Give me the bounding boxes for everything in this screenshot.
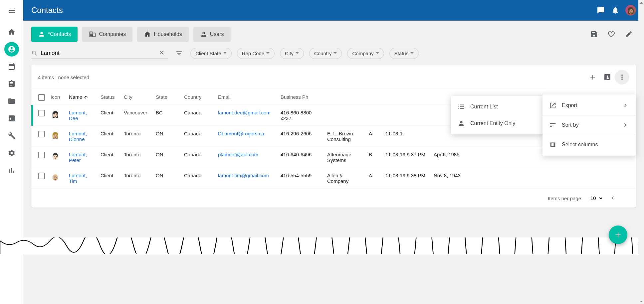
filter-chip-company[interactable]: Company [347, 48, 384, 59]
row-checkbox[interactable] [38, 152, 45, 158]
contact-status: Client [98, 110, 121, 115]
tab-label: *Contacts [48, 31, 71, 37]
contact-phone: 416-296-2606 [278, 131, 324, 136]
filter-chip-client-state[interactable]: Client State [190, 48, 232, 59]
sidebar-item-files[interactable] [4, 94, 19, 108]
add-button[interactable] [585, 70, 600, 84]
column-header-icon[interactable]: Icon [48, 94, 66, 101]
column-header-name[interactable]: Name [66, 94, 98, 101]
favorite-button[interactable] [604, 27, 619, 42]
column-header-city[interactable]: City [121, 94, 153, 101]
dropdown-icon [376, 52, 379, 55]
sidebar: $ [0, 0, 23, 304]
svg-text:$: $ [11, 117, 13, 120]
select-all-checkbox[interactable] [38, 94, 45, 101]
sidebar-item-reports[interactable] [4, 163, 19, 178]
column-header-country[interactable]: Country [181, 94, 215, 101]
contact-avatar: 👩🏻 [51, 110, 60, 119]
pagination-prev[interactable] [609, 195, 616, 202]
contact-state: BC [153, 110, 181, 115]
filter-bar: Client State Rep Code City Country Compa… [23, 42, 644, 65]
contact-rep: A [366, 173, 383, 178]
filter-chip-country[interactable]: Country [309, 48, 342, 59]
notifications-icon[interactable] [608, 3, 623, 18]
contact-phone: 416-860-8800 x237 [278, 110, 324, 121]
filter-chip-city[interactable]: City [280, 48, 304, 59]
table-row[interactable]: 👴🏼 Lamont, Tim Client Toronto ON Canada … [31, 168, 636, 189]
contact-name-link[interactable]: Lamont, Peter [69, 152, 87, 163]
chart-button[interactable] [600, 70, 615, 84]
window-scrollbar[interactable] [638, 0, 644, 304]
contact-state: ON [153, 173, 181, 178]
columns-icon [549, 141, 556, 148]
contact-status: Client [98, 173, 121, 178]
row-checkbox[interactable] [38, 173, 45, 179]
user-avatar[interactable]: 👩🏽 [625, 5, 636, 16]
contact-status: Client [98, 131, 121, 136]
contact-modified: 11-03-19 9:38 PM [383, 173, 431, 178]
contact-email-link[interactable]: lamont.tim@gmail.com [218, 173, 269, 178]
contact-phone: 416-640-6496 [278, 152, 324, 157]
menu-item-export[interactable]: Export [542, 97, 636, 114]
contact-modified: 11-03-19 9:37 PM [383, 152, 431, 157]
tab-contacts[interactable]: *Contacts [31, 27, 78, 42]
filter-chip-rep-code[interactable]: Rep Code [237, 48, 275, 59]
contact-email-link[interactable]: DLamont@rogers.ca [218, 131, 264, 136]
search-input[interactable] [41, 50, 158, 57]
filter-icon[interactable] [173, 47, 185, 59]
column-header-business-phone[interactable]: Business Ph [278, 94, 324, 101]
contact-birthdate: Apr 6, 1985 [431, 152, 474, 157]
contact-avatar: 👩🏼 [51, 131, 60, 140]
menu-item-current-list[interactable]: Current List [451, 98, 544, 115]
chevron-right-icon [622, 102, 629, 109]
tab-companies[interactable]: Companies [82, 27, 132, 42]
sidebar-item-settings[interactable] [4, 146, 19, 160]
contact-status: Client [98, 152, 121, 157]
contact-city: Vancouver [121, 110, 153, 115]
submenu-current-list: Current List Current Entity Only [451, 96, 544, 134]
edit-button[interactable] [621, 27, 636, 42]
clear-search-button[interactable] [158, 49, 168, 57]
contact-city: Toronto [121, 173, 153, 178]
contact-rep: A [366, 131, 383, 136]
more-options-menu: Export Sort by Select columns [542, 94, 636, 156]
column-header-state[interactable]: State [153, 94, 181, 101]
save-button[interactable] [587, 27, 601, 42]
column-header-email[interactable]: Email [215, 94, 278, 101]
row-checkbox[interactable] [38, 110, 45, 116]
sidebar-item-contacts[interactable] [4, 42, 19, 57]
contact-name-link[interactable]: Lamont, Dionne [69, 131, 87, 142]
dropdown-icon [296, 52, 299, 55]
contact-modified: 11-03-1 [383, 131, 431, 136]
contact-country: Canada [181, 152, 215, 157]
contact-name-link[interactable]: Lamont, Tim [69, 173, 87, 184]
items-per-page-select[interactable]: 10 [587, 194, 603, 202]
person-icon [38, 31, 45, 38]
tab-label: Companies [99, 31, 126, 37]
hamburger-menu-button[interactable] [4, 3, 19, 18]
tab-households[interactable]: Households [137, 27, 189, 42]
row-checkbox[interactable] [38, 131, 45, 137]
chevron-right-icon [622, 121, 629, 129]
dropdown-icon [410, 52, 414, 55]
fab-add-button[interactable] [609, 226, 627, 244]
sidebar-item-document[interactable]: $ [4, 111, 19, 126]
contact-email-link[interactable]: lamont.dee@gmail.com [218, 110, 271, 115]
filter-chip-status[interactable]: Status [389, 48, 419, 59]
column-header-status[interactable]: Status [98, 94, 121, 101]
sidebar-item-tools[interactable] [4, 128, 19, 143]
sidebar-item-home[interactable] [4, 25, 19, 39]
export-icon [549, 102, 556, 109]
contact-email-link[interactable]: plamont@aol.com [218, 152, 258, 157]
menu-item-sort-by[interactable]: Sort by [542, 117, 636, 133]
entity-tabs: *Contacts Companies Households Users [23, 21, 644, 42]
messages-icon[interactable] [593, 3, 608, 18]
sidebar-item-tasks[interactable] [4, 76, 19, 91]
contact-name-link[interactable]: Lamont, Dee [69, 110, 87, 121]
menu-item-current-entity-only[interactable]: Current Entity Only [451, 115, 544, 132]
sidebar-item-calendar[interactable] [4, 59, 19, 74]
tab-users[interactable]: Users [193, 27, 231, 42]
more-options-button[interactable] [615, 70, 629, 84]
menu-item-select-columns[interactable]: Select columns [542, 136, 636, 153]
contact-state: ON [153, 152, 181, 157]
